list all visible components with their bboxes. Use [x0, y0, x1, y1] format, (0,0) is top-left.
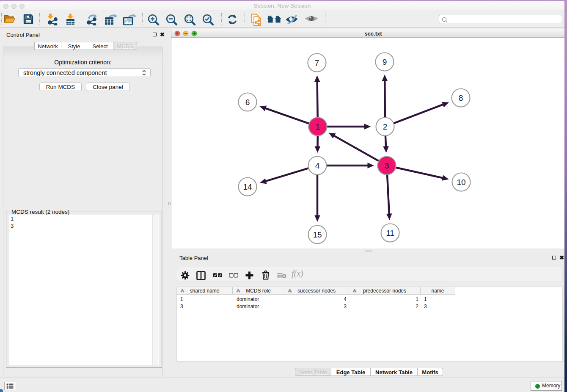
svg-text:10: 10	[457, 178, 465, 187]
svg-text:4: 4	[315, 161, 320, 170]
svg-text:3: 3	[385, 161, 389, 170]
svg-text:6: 6	[245, 98, 250, 107]
svg-text:7: 7	[315, 58, 319, 67]
svg-text:15: 15	[313, 230, 322, 239]
svg-text:11: 11	[386, 229, 394, 237]
svg-text:8: 8	[459, 94, 463, 102]
svg-text:14: 14	[243, 182, 252, 191]
svg-text:9: 9	[383, 58, 387, 66]
svg-text:2: 2	[383, 122, 388, 131]
svg-text:1: 1	[316, 122, 320, 131]
